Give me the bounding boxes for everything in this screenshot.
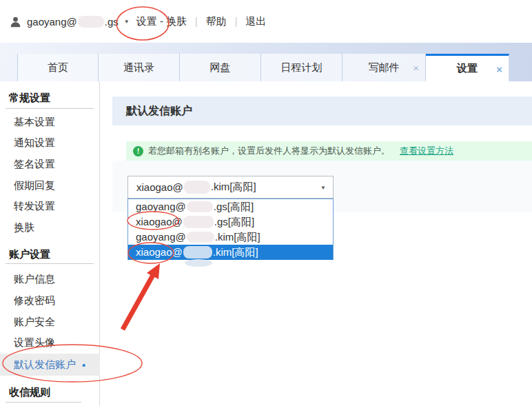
tab-label: 写邮件 — [369, 61, 400, 74]
user-email[interactable]: gaoyang@ .gs — [27, 16, 119, 28]
selected-dot-icon: • — [82, 359, 85, 371]
select-value-suffix: .kim[高阳] — [211, 181, 256, 194]
tab-strip: 首页 通讯录 网盘 日程计划 写邮件 × 设置 × — [0, 43, 532, 81]
tab-label: 网盘 — [210, 61, 231, 74]
webmail-settings-page: gaoyang@ .gs ▼ 设置 - 换肤 | 帮助 | 退出 首页 通讯录 … — [0, 0, 532, 406]
option-prefix: gaoyang@ — [136, 201, 186, 212]
sidebar-item-signature-settings[interactable]: 签名设置 — [0, 154, 100, 174]
tab-settings[interactable]: 设置 × — [426, 54, 509, 81]
option-suffix: .kim[高阳] — [213, 246, 258, 258]
annotation-arrow-shaft — [123, 275, 153, 329]
option-suffix: .kim[高阳] — [215, 231, 260, 243]
close-icon[interactable]: × — [413, 63, 419, 73]
tab-label: 通讯录 — [123, 61, 154, 74]
tab-netdisk[interactable]: 网盘 — [180, 54, 261, 81]
tab-label: 设置 — [457, 62, 478, 75]
menu-help[interactable]: 帮助 — [206, 15, 227, 28]
redaction-blob — [187, 201, 213, 212]
option-prefix: gaoyang@ — [136, 231, 186, 243]
redaction-blob — [185, 259, 212, 267]
redaction-blob — [78, 16, 104, 28]
option-xiaogao-gs[interactable]: xiaogao@.gs[高阳] — [128, 214, 333, 230]
sidebar-header-general: 常规设置 — [0, 88, 100, 108]
user-icon — [10, 16, 21, 28]
tab-contacts[interactable]: 通讯录 — [99, 54, 180, 81]
redaction-blob — [183, 216, 214, 228]
settings-sidebar: 常规设置 基本设置 通知设置 签名设置 假期回复 转发设置 换肤 账户设置 账户… — [0, 81, 100, 406]
annotation-arrow-head — [147, 263, 160, 279]
sidebar-item-change-password[interactable]: 修改密码 — [0, 290, 100, 311]
notice-banner: ! 若您邮箱有别名账户，设置后发件人将显示为默认发信账户。 查看设置方法 — [126, 141, 532, 161]
page-title-bar: 默认发信账户 — [112, 97, 532, 125]
menu-settings-skin[interactable]: 设置 - 换肤 — [136, 15, 187, 28]
option-xiaogao-kim-selected[interactable]: xiaogao@.kim[高阳] — [128, 245, 333, 260]
account-options-list: gaoyang@.gs[高阳] xiaogao@.gs[高阳] gaoyang@… — [127, 199, 334, 260]
page-title: 默认发信账户 — [126, 104, 192, 119]
tab-schedule[interactable]: 日程计划 — [261, 54, 342, 81]
option-gaoyang-kim[interactable]: gaoyang@.kim[高阳] — [128, 230, 333, 245]
redaction-blob — [183, 246, 212, 258]
select-value-prefix: xiaogao@ — [136, 181, 183, 193]
option-suffix: .gs[高阳] — [214, 216, 254, 227]
tab-label: 首页 — [48, 61, 68, 74]
notice-text: 若您邮箱有别名账户，设置后发件人将显示为默认发信账户。 — [148, 145, 390, 157]
option-gaoyang-gs[interactable]: gaoyang@.gs[高阳] — [128, 199, 333, 214]
redaction-blob — [187, 232, 214, 243]
menu-separator: | — [195, 16, 198, 27]
sidebar-item-forwarding-settings[interactable]: 转发设置 — [0, 196, 100, 216]
close-icon[interactable]: × — [496, 63, 502, 74]
sidebar-item-account-info[interactable]: 账户信息 — [0, 269, 100, 290]
option-prefix: xiaogao@ — [136, 246, 183, 258]
sidebar-item-notification-settings[interactable]: 通知设置 — [0, 132, 100, 153]
option-suffix: .gs[高阳] — [214, 201, 254, 212]
dropdown-arrow-icon: ▼ — [320, 185, 326, 191]
info-icon: ! — [133, 146, 143, 156]
tab-label: 日程计划 — [281, 61, 323, 74]
chevron-down-icon[interactable]: ▼ — [124, 19, 130, 25]
divider — [6, 263, 94, 264]
tab-compose[interactable]: 写邮件 × — [342, 54, 426, 81]
divider — [6, 108, 94, 109]
sidebar-item-label: 默认发信账户 — [14, 358, 76, 372]
sidebar-item-default-sending-account[interactable]: 默认发信账户 • — [0, 354, 100, 376]
redaction-blob — [184, 181, 210, 194]
sidebar-item-account-security[interactable]: 账户安全 — [0, 312, 100, 332]
default-account-select[interactable]: xiaogao@ .kim[高阳] ▼ — [127, 176, 334, 199]
option-prefix: xiaogao@ — [136, 216, 183, 227]
view-setup-method-link[interactable]: 查看设置方法 — [400, 145, 453, 157]
menu-separator: | — [235, 16, 238, 27]
user-email-suffix: .gs — [105, 16, 119, 28]
sidebar-item-change-skin[interactable]: 换肤 — [0, 217, 100, 238]
topbar-menu: 设置 - 换肤 | 帮助 | 退出 — [136, 15, 267, 28]
sidebar-item-vacation-reply[interactable]: 假期回复 — [0, 175, 100, 196]
tab-home[interactable]: 首页 — [17, 54, 99, 81]
sidebar-item-set-avatar[interactable]: 设置头像 — [0, 332, 100, 353]
topbar: gaoyang@ .gs ▼ 设置 - 换肤 | 帮助 | 退出 — [0, 0, 532, 43]
user-email-prefix: gaoyang@ — [27, 16, 77, 28]
sidebar-item-basic-settings[interactable]: 基本设置 — [0, 112, 100, 132]
divider — [6, 402, 81, 403]
menu-logout[interactable]: 退出 — [245, 15, 266, 28]
sidebar-header-account: 账户设置 — [0, 245, 100, 264]
sidebar-header-receiving-rules: 收信规则 — [0, 383, 100, 402]
